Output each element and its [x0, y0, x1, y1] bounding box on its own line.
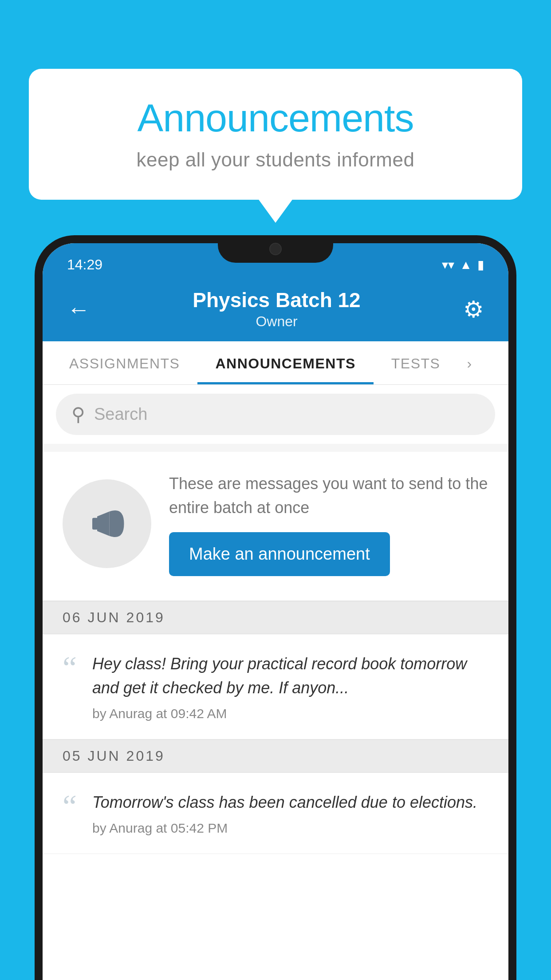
bubble-title: Announcements — [64, 95, 487, 141]
app-header: ← Physics Batch 12 Owner ⚙ — [43, 279, 508, 341]
announcement-text-2: Tomorrow's class has been cancelled due … — [92, 790, 488, 814]
svg-marker-0 — [97, 512, 110, 536]
announcement-item-1[interactable]: “ Hey class! Bring your practical record… — [43, 634, 508, 739]
content-area: ⚲ Search — [43, 385, 508, 854]
phone-mockup: 14:29 ▾▾ ▲ ▮ ← Physics Batch 12 Owner ⚙ … — [35, 235, 516, 980]
announcement-item-2[interactable]: “ Tomorrow's class has been cancelled du… — [43, 773, 508, 854]
announcement-meta-2: by Anurag at 05:42 PM — [92, 821, 488, 836]
search-icon: ⚲ — [71, 403, 85, 425]
phone-screen: 14:29 ▾▾ ▲ ▮ ← Physics Batch 12 Owner ⚙ … — [43, 243, 508, 980]
tab-more[interactable]: › — [458, 341, 480, 384]
search-bar[interactable]: ⚲ Search — [56, 394, 495, 435]
make-announcement-button[interactable]: Make an announcement — [169, 532, 390, 576]
search-bar-wrapper: ⚲ Search — [43, 385, 508, 444]
speech-bubble-container: Announcements keep all your students inf… — [29, 69, 522, 200]
batch-title: Physics Batch 12 — [90, 289, 463, 312]
tab-tests[interactable]: TESTS — [374, 341, 458, 384]
wifi-icon: ▾▾ — [442, 257, 454, 272]
announcement-text-1: Hey class! Bring your practical record b… — [92, 652, 488, 700]
search-input[interactable]: Search — [94, 405, 147, 424]
settings-icon[interactable]: ⚙ — [463, 298, 484, 321]
status-time: 14:29 — [67, 257, 102, 273]
header-center: Physics Batch 12 Owner — [90, 289, 463, 330]
phone-camera — [269, 243, 282, 255]
tab-assignments[interactable]: ASSIGNMENTS — [51, 341, 197, 384]
date-separator-2: 05 JUN 2019 — [43, 739, 508, 773]
quote-icon-2: “ — [63, 794, 77, 820]
batch-subtitle: Owner — [90, 313, 463, 330]
announcement-content-1: Hey class! Bring your practical record b… — [92, 652, 488, 721]
status-icons: ▾▾ ▲ ▮ — [442, 257, 484, 272]
signal-icon: ▲ — [460, 258, 472, 272]
back-button[interactable]: ← — [67, 298, 90, 321]
battery-icon: ▮ — [477, 257, 484, 272]
bubble-subtitle: keep all your students informed — [64, 149, 487, 171]
speech-bubble: Announcements keep all your students inf… — [29, 69, 522, 200]
quote-icon-1: “ — [63, 656, 77, 681]
announcement-content-2: Tomorrow's class has been cancelled due … — [92, 790, 488, 836]
promo-text-area: These are messages you want to send to t… — [169, 472, 488, 576]
tabs-bar: ASSIGNMENTS ANNOUNCEMENTS TESTS › — [43, 341, 508, 385]
tab-announcements[interactable]: ANNOUNCEMENTS — [197, 341, 373, 384]
promo-icon-circle — [63, 479, 151, 568]
promo-card: These are messages you want to send to t… — [43, 452, 508, 601]
promo-description: These are messages you want to send to t… — [169, 472, 488, 520]
date-separator-1: 06 JUN 2019 — [43, 601, 508, 634]
phone-notch — [218, 235, 333, 263]
svg-rect-1 — [92, 518, 98, 530]
announcement-meta-1: by Anurag at 09:42 AM — [92, 706, 488, 721]
megaphone-icon — [83, 499, 131, 548]
